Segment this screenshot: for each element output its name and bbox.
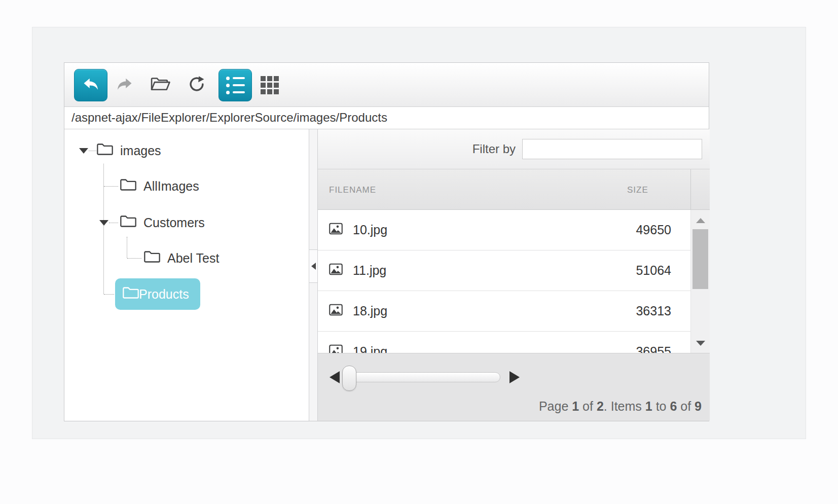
refresh-button[interactable] <box>185 74 208 97</box>
back-arrow-icon <box>82 75 100 95</box>
header-divider <box>690 169 691 209</box>
pane-splitter[interactable] <box>309 129 318 421</box>
scrollbar-thumb[interactable] <box>693 229 708 289</box>
tree-node-label: AllImages <box>143 179 199 194</box>
tree-connector <box>103 164 104 294</box>
slider-left-arrow-icon[interactable] <box>330 371 340 383</box>
column-header-filename[interactable]: FILENAME <box>329 185 376 195</box>
collapse-left-icon <box>311 263 316 270</box>
file-size: 49650 <box>636 223 690 237</box>
file-name: 18.jpg <box>353 304 387 318</box>
tree-connector <box>104 294 114 295</box>
refresh-icon <box>187 75 206 96</box>
file-size: 51064 <box>636 263 690 278</box>
collapse-toggle-customers[interactable] <box>99 220 108 226</box>
image-file-icon <box>329 263 343 278</box>
scroll-down-icon[interactable] <box>696 341 705 346</box>
file-row[interactable]: 18.jpg 36313 <box>318 291 690 332</box>
tree-node-label: Products <box>139 287 189 302</box>
tree-connector <box>127 258 141 259</box>
pager-bar: Page 1 of 2. Items 1 to 6 of 9 <box>318 353 710 421</box>
image-file-icon <box>329 344 343 353</box>
slider-right-arrow-icon[interactable] <box>509 371 520 383</box>
list-view-icon <box>226 77 245 94</box>
file-rows: 10.jpg 49650 11.jpg 51064 <box>318 210 690 353</box>
tree-node-label: Customers <box>143 215 205 230</box>
page-slider-thumb[interactable] <box>342 366 356 391</box>
file-name: 11.jpg <box>353 263 386 278</box>
folder-icon <box>123 286 139 303</box>
folder-tree: images AllImages Customers <box>64 129 309 421</box>
folder-icon <box>120 178 136 195</box>
collapse-toggle-images[interactable] <box>79 148 88 154</box>
filter-input[interactable] <box>522 139 702 159</box>
scroll-up-icon[interactable] <box>696 218 705 223</box>
address-input[interactable] <box>64 107 709 128</box>
file-row[interactable]: 19.jpg 36955 <box>318 332 690 353</box>
folder-icon <box>120 214 136 231</box>
grid-view-icon <box>261 76 279 94</box>
forward-arrow-icon <box>116 75 134 95</box>
image-file-icon <box>329 223 343 238</box>
list-view-button[interactable] <box>218 69 252 101</box>
file-size: 36313 <box>636 304 690 318</box>
open-folder-button[interactable] <box>149 74 172 97</box>
tree-connector <box>109 223 118 223</box>
tree-node-products-selected[interactable]: Products <box>115 278 200 310</box>
file-row[interactable]: 10.jpg 49650 <box>318 210 690 250</box>
tree-node-abel-test[interactable]: Abel Test <box>144 244 219 272</box>
filter-label: Filter by <box>472 142 516 156</box>
pager-status-text: Page 1 of 2. Items 1 to 6 of 9 <box>539 399 702 414</box>
tree-connector <box>104 186 118 187</box>
tree-connector <box>127 237 127 258</box>
page-slider-track[interactable] <box>346 372 500 382</box>
file-explorer: images AllImages Customers <box>64 62 709 421</box>
filter-bar: Filter by <box>318 129 710 169</box>
splitter-collapse-handle[interactable] <box>309 249 317 283</box>
file-row[interactable]: 11.jpg 51064 <box>318 250 690 291</box>
vertical-scrollbar[interactable] <box>690 210 710 353</box>
tree-node-label: Abel Test <box>167 251 219 266</box>
tree-node-images[interactable]: images <box>97 136 161 165</box>
address-bar <box>64 107 709 129</box>
file-size: 36955 <box>636 344 690 353</box>
file-grid-pane: Filter by FILENAME SIZE 10.jpg <box>318 129 710 421</box>
forward-button[interactable] <box>113 74 136 97</box>
tree-node-allimages[interactable]: AllImages <box>120 172 199 200</box>
file-name: 10.jpg <box>353 223 387 237</box>
tree-node-customers[interactable]: Customers <box>120 208 205 237</box>
grid-header: FILENAME SIZE <box>318 169 710 210</box>
folder-icon <box>144 250 160 267</box>
grid-view-button[interactable] <box>258 74 281 97</box>
back-button[interactable] <box>74 69 107 101</box>
folder-icon <box>97 142 113 159</box>
grid-body: 10.jpg 49650 11.jpg 51064 <box>318 210 710 353</box>
demo-panel: images AllImages Customers <box>32 27 806 439</box>
file-name: 19.jpg <box>353 344 387 353</box>
main-area: images AllImages Customers <box>64 129 709 421</box>
image-file-icon <box>329 304 343 319</box>
tree-connector <box>89 151 96 151</box>
toolbar <box>64 63 709 107</box>
tree-node-label: images <box>120 143 161 158</box>
open-folder-icon <box>150 76 170 95</box>
column-header-size[interactable]: SIZE <box>627 185 648 195</box>
